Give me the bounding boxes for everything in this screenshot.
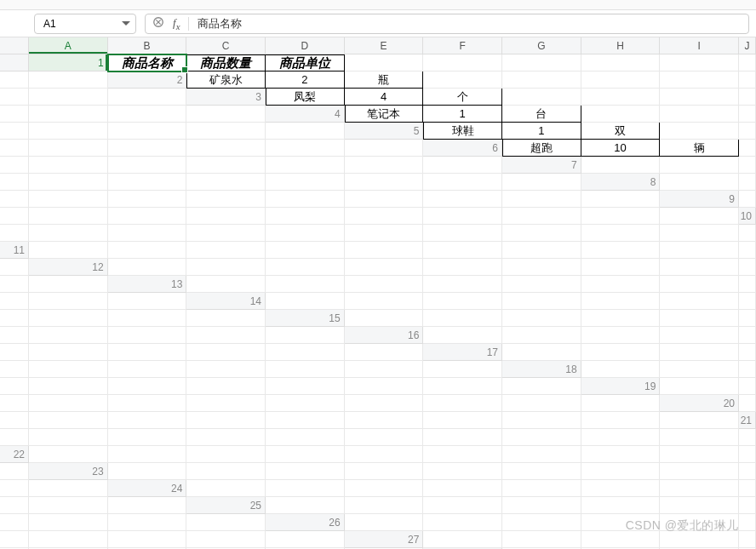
cell-A15[interactable] [345,310,424,327]
cell-A23[interactable] [108,463,187,480]
cell-F4[interactable] [739,106,756,123]
cell-A25[interactable] [266,497,345,514]
cell-G3[interactable] [739,89,756,106]
cell-I3[interactable] [29,106,108,123]
row-header-3[interactable]: 3 [186,89,266,106]
cell-H12[interactable] [660,259,739,276]
cell-J12[interactable] [0,276,29,293]
cell-C24[interactable] [345,480,424,497]
cell-H25[interactable] [0,514,29,531]
cell-H3[interactable] [0,106,29,123]
cell-G21[interactable] [423,429,502,446]
col-header-C[interactable]: C [186,37,266,54]
cell-D9[interactable] [108,208,187,225]
cell-I11[interactable] [660,242,739,259]
cell-H9[interactable] [423,208,502,225]
cell-J13[interactable] [29,293,108,310]
cell-E9[interactable] [186,208,266,225]
cell-I7[interactable] [345,174,424,191]
cell-A2[interactable]: 矿泉水 [186,71,266,89]
cell-A12[interactable] [108,259,187,276]
cell-J23[interactable] [0,480,29,497]
cell-H7[interactable] [266,174,345,191]
cell-B23[interactable] [186,463,266,480]
cell-F13[interactable] [581,276,661,293]
cell-G5[interactable] [29,140,108,157]
cell-A1[interactable]: 商品名称 [108,54,187,71]
cell-F6[interactable] [29,157,108,174]
cell-I19[interactable] [423,395,502,412]
cell-A21[interactable] [0,429,29,446]
cell-D20[interactable] [108,412,187,429]
cell-A16[interactable] [423,327,502,344]
cell-B8[interactable] [739,174,756,191]
cell-E17[interactable] [0,361,29,378]
cell-B3[interactable]: 4 [345,89,424,106]
row-header-4[interactable]: 4 [266,106,345,123]
cell-G6[interactable] [108,157,187,174]
cell-B13[interactable] [266,276,345,293]
cell-A14[interactable] [266,293,345,310]
cell-J10[interactable] [660,225,739,242]
cancel-icon[interactable] [152,16,164,31]
cell-C3[interactable]: 个 [423,89,502,106]
cell-D15[interactable] [581,310,661,327]
cell-B21[interactable] [29,429,108,446]
cell-I18[interactable] [345,378,424,395]
cell-I26[interactable] [108,531,187,548]
cell-I4[interactable] [108,123,187,140]
cell-C17[interactable] [660,344,739,361]
cell-B6[interactable]: 10 [581,140,661,157]
cell-G22[interactable] [502,446,581,463]
cell-A19[interactable] [660,378,739,395]
cell-I9[interactable] [502,208,581,225]
cell-I16[interactable] [186,344,266,361]
cell-G9[interactable] [345,208,424,225]
cell-E23[interactable] [423,463,502,480]
cell-E16[interactable] [739,327,756,344]
cell-G2[interactable] [660,71,739,89]
chevron-down-icon[interactable] [122,21,130,26]
cell-I17[interactable] [266,361,345,378]
row-header-24[interactable]: 24 [108,480,187,497]
cell-H20[interactable] [423,412,502,429]
row-header-7[interactable]: 7 [502,157,581,174]
cell-E2[interactable] [502,71,581,89]
row-header-1[interactable]: 1 [29,54,108,71]
cell-C4[interactable]: 台 [502,106,581,123]
formula-bar[interactable]: fx 商品名称 [145,14,749,34]
row-header-20[interactable]: 20 [660,395,739,412]
row-header-21[interactable]: 21 [739,412,756,429]
row-header-14[interactable]: 14 [186,293,266,310]
cell-H8[interactable] [345,191,424,208]
cell-E14[interactable] [581,293,661,310]
cell-E20[interactable] [186,412,266,429]
spreadsheet-grid[interactable]: ABCDEFGHIJ1商品名称商品数量商品单位2矿泉水2瓶3凤梨4个4笔记本1台… [0,37,756,549]
cell-G26[interactable] [0,531,29,548]
cell-D4[interactable] [581,106,661,123]
cell-J20[interactable] [581,412,661,429]
cell-H2[interactable] [739,71,756,89]
cell-J21[interactable] [660,429,739,446]
col-header-A[interactable]: A [29,37,108,54]
cell-G15[interactable] [0,327,29,344]
cell-F1[interactable] [502,54,581,71]
cell-E5[interactable] [739,123,756,140]
cell-J2[interactable] [29,89,108,106]
row-header-11[interactable]: 11 [0,242,29,259]
cell-I24[interactable] [0,497,29,514]
cell-E13[interactable] [502,276,581,293]
cell-C5[interactable]: 双 [581,123,661,140]
cell-C11[interactable] [186,242,266,259]
cell-E26[interactable] [660,514,739,531]
cell-B7[interactable] [660,157,739,174]
cell-D2[interactable] [423,71,502,89]
cell-E12[interactable] [423,259,502,276]
cell-C27[interactable] [581,531,661,548]
cell-E1[interactable] [423,54,502,71]
cell-D14[interactable] [502,293,581,310]
row-header-25[interactable]: 25 [186,497,266,514]
cell-G17[interactable] [108,361,187,378]
cell-G25[interactable] [739,497,756,514]
cell-B19[interactable] [739,378,756,395]
